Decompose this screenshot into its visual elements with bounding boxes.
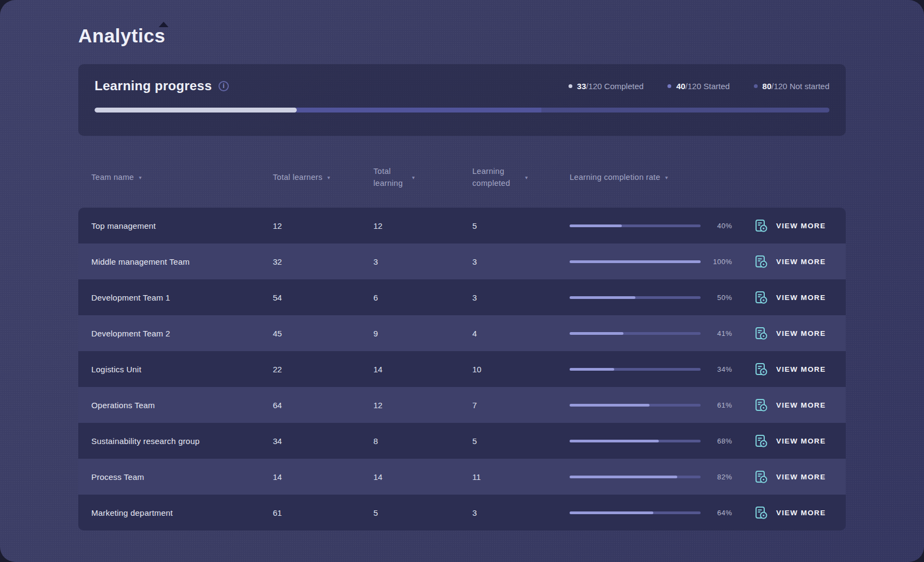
view-more-button[interactable]: VIEW MORE (732, 254, 846, 269)
info-icon[interactable]: i (218, 81, 229, 91)
document-eye-icon (754, 362, 769, 377)
view-more-button[interactable]: VIEW MORE (732, 398, 846, 413)
table-row: Middle management Team 32 3 3 100% VIEW … (78, 243, 846, 279)
view-more-button[interactable]: VIEW MORE (732, 326, 846, 341)
completed-count: 33 (577, 82, 586, 91)
completion-rate-fill (570, 368, 614, 371)
team-name: Operations Team (78, 401, 273, 410)
table-row: Process Team 14 14 11 82% VIEW MORE (78, 459, 846, 495)
total-learning-value: 14 (373, 472, 472, 482)
total-learners-value: 61 (273, 508, 373, 517)
team-name: Marketing department (78, 508, 273, 517)
started-label: /120 Started (685, 82, 730, 91)
total-learners-value: 45 (273, 329, 373, 338)
view-more-button[interactable]: VIEW MORE (732, 290, 846, 305)
not-started-count: 80 (763, 82, 772, 91)
column-header-learning-completed[interactable]: Learning completed ▾ (472, 165, 570, 190)
completion-rate-bar (570, 476, 701, 478)
total-learning-value: 6 (373, 293, 472, 302)
not-started-label: /120 Not started (771, 82, 829, 91)
view-more-label: VIEW MORE (776, 329, 826, 338)
completion-rate-fill (570, 296, 635, 299)
card-title: Learning progress (95, 78, 212, 93)
total-learning-value: 5 (373, 508, 472, 517)
total-learning-value: 8 (373, 436, 472, 446)
table-row: Sustainability research group 34 8 5 68%… (78, 423, 846, 459)
completion-rate-percent: 61% (701, 401, 732, 409)
page-title: Analytics (78, 25, 846, 47)
total-learners-value: 22 (273, 365, 373, 374)
sort-caret-icon[interactable]: ▾ (525, 174, 528, 180)
view-more-button[interactable]: VIEW MORE (732, 218, 846, 233)
learning-completed-value: 3 (472, 293, 570, 302)
progress-legend: 33/120 Completed 40/120 Started 80/120 N… (569, 82, 829, 91)
completion-rate-percent: 82% (701, 473, 732, 481)
learning-completed-value: 10 (472, 365, 570, 374)
total-learning-value: 14 (373, 365, 472, 374)
learning-completed-value: 4 (472, 329, 570, 338)
started-dot-icon (667, 84, 671, 88)
table-row: Development Team 2 45 9 4 41% VIEW MORE (78, 315, 846, 351)
learning-completed-value: 3 (472, 508, 570, 517)
view-more-button[interactable]: VIEW MORE (732, 470, 846, 484)
document-eye-icon (754, 254, 769, 269)
completed-dot-icon (569, 84, 572, 88)
sort-caret-icon[interactable]: ▾ (327, 174, 330, 180)
total-learners-value: 54 (273, 293, 373, 302)
page-header: Analytics (78, 0, 846, 47)
column-header-total-learning[interactable]: Total learning ▾ (373, 165, 472, 190)
analytics-page: Analytics Learning progress i 33/120 Com… (0, 0, 924, 562)
view-more-label: VIEW MORE (776, 509, 826, 517)
table-row: Operations Team 64 12 7 61% VIEW MORE (78, 387, 846, 423)
team-name: Process Team (78, 472, 273, 482)
view-more-label: VIEW MORE (776, 473, 826, 481)
completion-rate-bar (570, 296, 701, 299)
not-started-dot-icon (754, 84, 758, 88)
table-row: Logistics Unit 22 14 10 34% VIEW MORE (78, 351, 846, 387)
document-eye-icon (754, 218, 769, 233)
document-eye-icon (754, 470, 769, 484)
total-learners-value: 14 (273, 472, 373, 482)
team-name: Development Team 1 (78, 293, 273, 302)
column-header-team-name[interactable]: Team name ▾ (78, 173, 273, 182)
total-learners-value: 34 (273, 436, 373, 446)
view-more-button[interactable]: VIEW MORE (732, 362, 846, 377)
learning-completed-value: 5 (472, 436, 570, 446)
completion-rate-percent: 34% (701, 365, 732, 373)
learning-completed-value: 11 (472, 472, 570, 482)
learning-completed-value: 7 (472, 401, 570, 410)
total-learning-value: 12 (373, 401, 472, 410)
view-more-label: VIEW MORE (776, 437, 826, 445)
completion-rate-percent: 40% (701, 222, 732, 230)
sort-caret-icon[interactable]: ▾ (412, 174, 415, 180)
view-more-button[interactable]: VIEW MORE (732, 434, 846, 448)
completion-rate-fill (570, 476, 677, 478)
column-header-total-learners[interactable]: Total learners ▾ (273, 173, 373, 182)
overall-progress-bar (95, 108, 829, 113)
view-more-label: VIEW MORE (776, 294, 826, 302)
completion-rate-fill (570, 511, 653, 514)
completion-rate-percent: 100% (701, 258, 732, 266)
learning-progress-card: Learning progress i 33/120 Completed 40/… (78, 64, 846, 136)
collapse-caret-icon (159, 22, 168, 27)
document-eye-icon (754, 326, 769, 341)
sort-caret-icon[interactable]: ▾ (665, 174, 668, 180)
completed-label: /120 Completed (586, 82, 644, 91)
completion-rate-percent: 41% (701, 329, 732, 338)
document-eye-icon (754, 398, 769, 413)
team-name: Logistics Unit (78, 365, 273, 374)
column-header-completion-rate[interactable]: Learning completion rate ▾ (570, 173, 732, 182)
completion-rate-bar (570, 404, 701, 407)
progress-segment-completed (95, 108, 297, 113)
total-learning-value: 12 (373, 221, 472, 230)
total-learners-value: 32 (273, 257, 373, 266)
total-learners-value: 12 (273, 221, 373, 230)
view-more-button[interactable]: VIEW MORE (732, 505, 846, 520)
started-count: 40 (676, 82, 685, 91)
completion-rate-percent: 68% (701, 437, 732, 445)
document-eye-icon (754, 290, 769, 305)
team-name: Development Team 2 (78, 329, 273, 338)
sort-caret-icon[interactable]: ▾ (139, 174, 141, 180)
legend-item-started: 40/120 Started (667, 82, 729, 91)
view-more-label: VIEW MORE (776, 401, 826, 409)
